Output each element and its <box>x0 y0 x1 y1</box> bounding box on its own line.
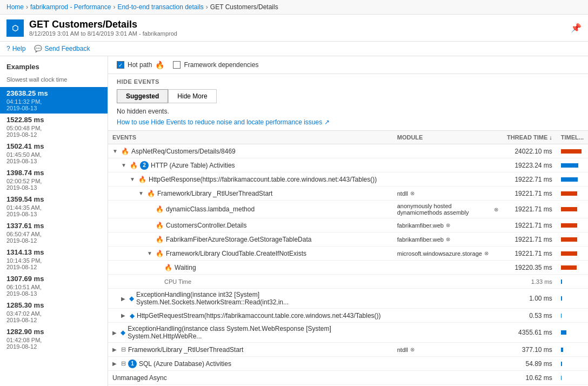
hide-events-buttons: Suggested Hide More <box>117 89 579 103</box>
page-header: ⬡ GET Customers/Details 8/12/2019 3:01 A… <box>0 15 588 42</box>
time-cell-5: 19221.71 ms <box>503 218 557 232</box>
timeline-cell-6 <box>557 232 588 247</box>
sidebar-item-1[interactable]: 1522.85 ms 05:00:48 PM,2019-08-12 <box>0 114 108 140</box>
time-cell-10: 1.00 ms <box>503 289 557 309</box>
sidebar-item-date-5: 06:50:47 AM,2019-08-12 <box>6 231 101 244</box>
main-layout: Examples Slowest wall clock time 23638.2… <box>0 56 588 386</box>
sidebar-item-date-8: 03:47:02 AM,2019-08-12 <box>6 310 101 323</box>
help-label[interactable]: Help <box>12 45 26 52</box>
col-thread-time[interactable]: THREAD TIME ↓ <box>503 131 557 144</box>
expand-icon-1[interactable]: ▼ <box>121 162 128 168</box>
expand-icon-2[interactable]: ▼ <box>130 176 136 182</box>
hide-events-section: HIDE EVENTS Suggested Hide More No hidde… <box>108 74 588 131</box>
timeline-cell-12 <box>557 323 588 343</box>
time-cell-2: 19222.71 ms <box>503 172 557 187</box>
col-timeline: TIMEL... <box>557 131 588 144</box>
sidebar-item-date-2: 01:45:50 AM,2019-08-13 <box>6 151 101 164</box>
sidebar-item-4[interactable]: 1359.54 ms 01:44:35 AM,2019-08-13 <box>0 193 108 219</box>
events-table: EVENTS MODULE THREAD TIME ↓ TIMEL... ▼ 🔥 <box>108 131 588 385</box>
event-name-cell: 🔥 Waiting <box>108 261 393 275</box>
expand-icon-12[interactable]: ▶ <box>112 330 118 336</box>
fire-icon-6: 🔥 <box>156 236 164 243</box>
framework-dep-checkbox[interactable]: Framework dependencies <box>173 61 258 69</box>
hot-path-check[interactable]: ✓ <box>117 61 124 69</box>
table-row: 🔥 Waiting 19220.35 ms <box>108 261 588 275</box>
sidebar-item-2[interactable]: 1502.41 ms 01:45:50 AM,2019-08-13 <box>0 140 108 167</box>
badge-1: 2 <box>140 161 149 170</box>
table-row: ▶ ◆ HttpGetRequestStream(https://fabrika… <box>108 309 588 323</box>
event-name-12: ExceptionHandling(instance class System.… <box>128 325 389 340</box>
framework-dep-check[interactable] <box>173 61 181 69</box>
time-cell-7: 19221.71 ms <box>503 247 557 261</box>
module-name-6: fabrikamfiber.web <box>397 236 444 243</box>
hide-more-button[interactable]: Hide More <box>168 89 216 103</box>
event-name-cell: ▼ 🔥 HttpGetResponse(https://fabrikamacco… <box>108 172 393 187</box>
module-cell-1 <box>393 158 503 172</box>
table-row: ▶ ◆ ExceptionHandling(instance class Sys… <box>108 323 588 343</box>
sidebar-item-time-8: 1285.30 ms <box>6 301 101 309</box>
timeline-cell-15 <box>557 371 588 385</box>
expand-icon-11[interactable]: ▶ <box>121 312 128 318</box>
event-name-cell: ▼ 🔥 2 HTTP (Azure Table) Activities <box>108 158 393 172</box>
expand-icon-10[interactable]: ▶ <box>121 296 127 302</box>
breadcrumb-perf[interactable]: fabrikamprod - Performance <box>30 3 111 11</box>
sidebar: Examples Slowest wall clock time 23638.2… <box>0 56 108 386</box>
time-cell-0: 24022.10 ms <box>503 144 557 158</box>
table-row: ▶ ◆ ExceptionHandling(instance int32 [Sy… <box>108 289 588 309</box>
event-name-cell: Unmanaged Async <box>108 371 393 385</box>
sidebar-item-time-3: 1398.74 ms <box>6 169 101 177</box>
sidebar-subtitle: Slowest wall clock time <box>0 75 108 87</box>
content-area: ✓ Hot path 🔥 Framework dependencies HIDE… <box>108 56 588 386</box>
expand-icon-3[interactable]: ▼ <box>138 190 145 196</box>
sidebar-item-8[interactable]: 1285.30 ms 03:47:02 AM,2019-08-12 <box>0 299 108 325</box>
controls-bar: ✓ Hot path 🔥 Framework dependencies <box>108 56 588 74</box>
sidebar-item-7[interactable]: 1307.69 ms 06:10:51 AM,2019-08-13 <box>0 272 108 299</box>
framework-dep-label: Framework dependencies <box>184 61 258 69</box>
hot-path-checkbox[interactable]: ✓ Hot path 🔥 <box>117 61 164 69</box>
pin-button[interactable]: 📌 <box>571 23 582 33</box>
fire-icon-0: 🔥 <box>121 148 129 155</box>
event-name-0: AspNetReq/Customers/Details/8469 <box>131 148 236 155</box>
module-close-4[interactable]: ⊗ <box>494 207 498 212</box>
breadcrumb-e2e[interactable]: End-to-end transaction details <box>117 3 203 11</box>
module-close-7[interactable]: ⊗ <box>484 250 489 256</box>
timeline-cell-0 <box>557 144 588 158</box>
table-row: Unmanaged Async 10.62 ms <box>108 371 588 385</box>
event-name-cell: ▶ ◆ ExceptionHandling(instance class Sys… <box>108 323 393 343</box>
sidebar-item-9[interactable]: 1282.90 ms 01:42:08 PM,2019-08-12 <box>0 325 108 352</box>
event-name-cell: ▶ ◆ HttpGetRequestStream(https://fabrika… <box>108 309 393 323</box>
module-close-6[interactable]: ⊗ <box>446 236 450 242</box>
no-events-text: No hidden events. <box>117 108 579 115</box>
feedback-icon: 💬 <box>34 45 42 52</box>
sidebar-item-date-4: 01:44:35 AM,2019-08-13 <box>6 204 101 217</box>
col-module: MODULE <box>393 131 503 144</box>
table-row: ▶ ⊟ 1 SQL (Azure Database) Activities 54… <box>108 357 588 371</box>
expand-icon-14[interactable]: ▶ <box>112 361 119 367</box>
event-name-cell: ▶ ⊟ Framework/Library _RtlUserThreadStar… <box>108 343 393 357</box>
sidebar-item-3[interactable]: 1398.74 ms 02:00:52 PM,2019-08-13 <box>0 167 108 193</box>
how-to-link[interactable]: How to use Hide Events to reduce noise a… <box>117 118 330 126</box>
module-close-5[interactable]: ⊗ <box>446 222 450 228</box>
event-name-14: SQL (Azure Database) Activities <box>139 360 231 368</box>
sidebar-item-0[interactable]: 23638.25 ms 04:11:32 PM,2019-08-13 <box>0 87 108 114</box>
expand-icon-13[interactable]: ▶ <box>112 347 119 352</box>
breadcrumb-home[interactable]: Home <box>6 3 24 11</box>
feedback-label[interactable]: Send Feedback <box>44 45 90 52</box>
suggested-button[interactable]: Suggested <box>117 89 168 103</box>
expand-icon-0[interactable]: ▼ <box>112 148 119 154</box>
module-close-13[interactable]: ⊗ <box>410 347 415 352</box>
help-button[interactable]: ? Help <box>6 45 25 52</box>
toolbar: ? Help 💬 Send Feedback <box>0 42 588 56</box>
time-cell-8: 19220.35 ms <box>503 261 557 275</box>
timeline-cell-8 <box>557 261 588 275</box>
event-name-11: HttpGetRequestStream(https://fabrikamacc… <box>137 312 381 320</box>
expand-icon-7[interactable]: ▼ <box>147 250 153 256</box>
table-row: 🔥 dynamicClass.lambda_method anonymously… <box>108 201 588 218</box>
event-name-cell: 🔥 FabrikamFiberAzureStorage.GetStorageTa… <box>108 232 393 247</box>
diamond-icon-10: ◆ <box>129 295 134 302</box>
module-close-3[interactable]: ⊗ <box>410 190 415 196</box>
sidebar-item-6[interactable]: 1314.13 ms 10:14:35 PM,2019-08-12 <box>0 246 108 272</box>
breadcrumb-current: GET Customers/Details <box>210 3 278 11</box>
feedback-button[interactable]: 💬 Send Feedback <box>34 45 90 52</box>
sidebar-item-5[interactable]: 1337.61 ms 06:50:47 AM,2019-08-12 <box>0 219 108 246</box>
